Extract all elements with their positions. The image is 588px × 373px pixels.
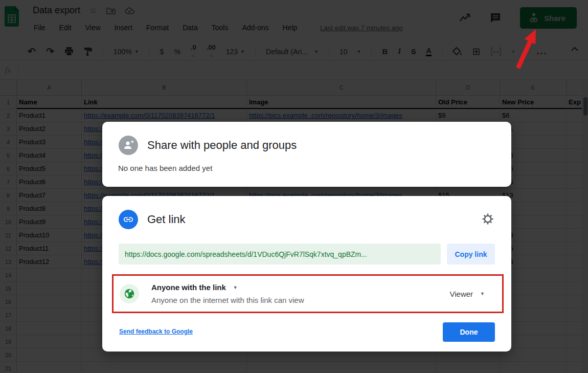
role-label: Viewer [449,290,473,298]
link-icon [119,210,138,229]
share-dialog-title: Share with people and groups [147,139,297,152]
share-link-field[interactable]: https://docs.google.com/spreadsheets/d/1… [119,244,441,265]
role-select[interactable]: Viewer ▼ [449,290,485,298]
share-dialog-empty-state: No one has been added yet [118,164,212,172]
send-feedback-link[interactable]: Send feedback to Google [119,328,193,335]
copy-link-button[interactable]: Copy link [447,244,495,265]
google-sheets-app: Data export ☆ FileEditViewInsertFormatDa… [0,0,588,373]
person-add-icon [119,136,138,155]
link-settings-gear-icon[interactable] [482,213,494,225]
share-people-dialog: Share with people and groups No one has … [102,122,511,187]
access-scope-label[interactable]: Anyone with the link [151,283,226,292]
access-scope-description: Anyone on the internet with this link ca… [151,296,449,304]
globe-icon [120,284,139,303]
link-access-section: Anyone with the link ▼ Anyone on the int… [112,274,504,313]
access-scope-caret-icon[interactable]: ▼ [233,285,238,290]
get-link-title: Get link [147,213,186,226]
get-link-dialog: Get link https://docs.google.com/spreads… [102,196,511,352]
done-button[interactable]: Done [443,322,495,342]
role-caret-icon: ▼ [480,291,485,296]
